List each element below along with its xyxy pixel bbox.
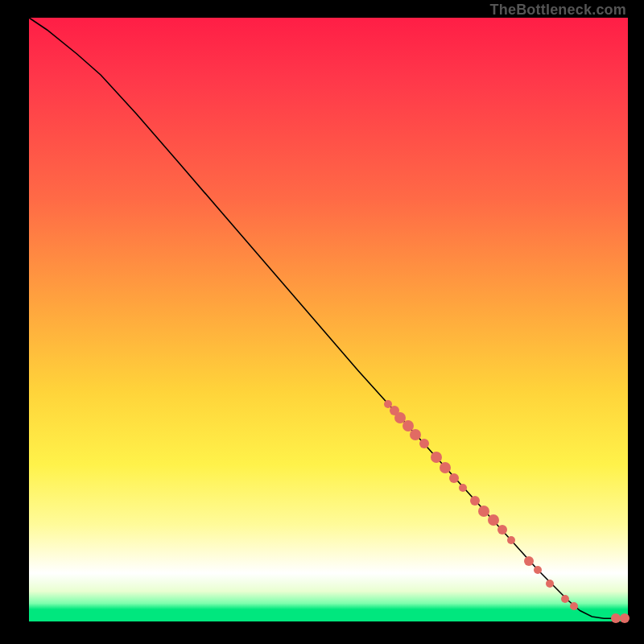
data-point (459, 484, 467, 492)
line-chart-svg (29, 18, 628, 621)
data-point (497, 525, 507, 535)
data-point (570, 602, 578, 610)
data-point (561, 595, 569, 603)
data-point (524, 556, 534, 566)
data-point (440, 462, 451, 473)
data-point (419, 439, 429, 448)
data-point (488, 514, 499, 526)
credit-label: TheBottleneck.com (490, 2, 626, 19)
data-point (470, 496, 480, 506)
data-point (507, 536, 515, 544)
chart-plot-area (29, 18, 628, 621)
data-point (478, 506, 489, 517)
data-point (534, 566, 542, 574)
data-point (410, 429, 421, 440)
data-point (449, 473, 459, 483)
data-point (620, 613, 630, 623)
bottleneck-curve (29, 18, 628, 618)
data-point (431, 452, 442, 463)
chart-stage: TheBottleneck.com (0, 0, 644, 644)
data-point (546, 580, 554, 588)
